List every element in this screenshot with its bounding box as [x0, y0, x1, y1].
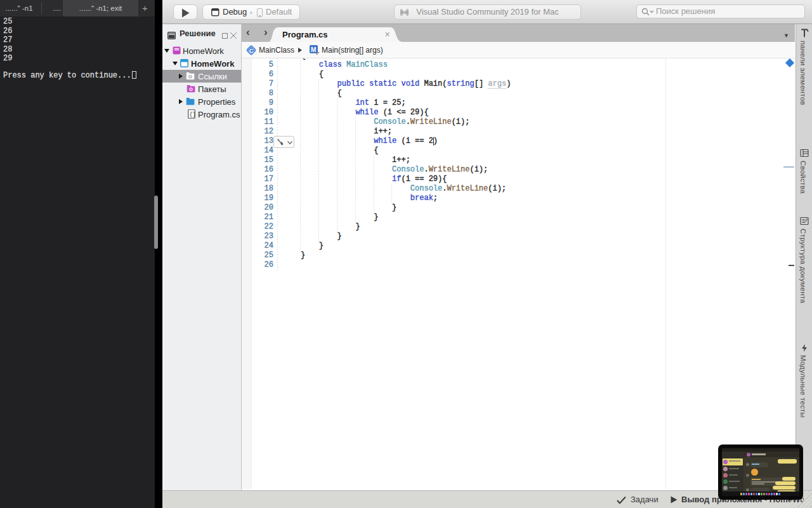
svg-text:{}: {} — [189, 112, 195, 118]
svg-text:C: C — [249, 47, 254, 54]
svg-text:M: M — [311, 46, 316, 53]
